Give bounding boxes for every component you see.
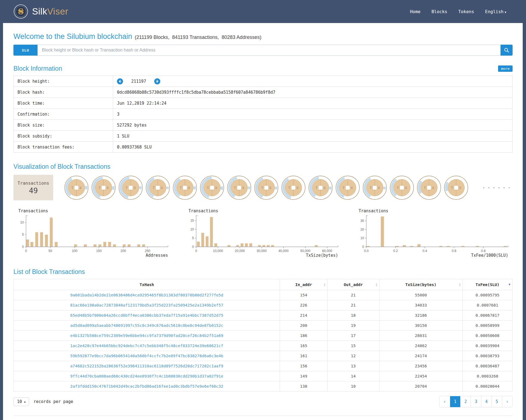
visualization-title: Visualization of Block Transactions bbox=[13, 163, 110, 170]
svg-text:0: 0 bbox=[192, 245, 194, 249]
svg-text:T: T bbox=[234, 186, 236, 190]
transaction-coin[interactable]: T X bbox=[254, 175, 279, 200]
svg-text:X: X bbox=[107, 186, 109, 190]
svg-text:T: T bbox=[424, 186, 426, 190]
svg-text:50,000: 50,000 bbox=[300, 249, 310, 253]
svg-text:X: X bbox=[296, 186, 299, 190]
more-button[interactable]: more bbox=[498, 65, 513, 72]
block-info-row: Confirmation:3 bbox=[14, 109, 513, 120]
block-info-label: Block hash: bbox=[14, 87, 113, 98]
page-number-button-4[interactable]: 4 bbox=[481, 396, 491, 407]
transaction-coin[interactable]: T X bbox=[227, 175, 251, 200]
transaction-coin[interactable]: T X bbox=[200, 175, 224, 200]
svg-text:0: 0 bbox=[22, 245, 24, 249]
transaction-coin[interactable]: T X bbox=[444, 175, 468, 200]
txhash-link[interactable]: e4b1327b508ce759c2309e59e6bbe94cc9fa7379… bbox=[70, 333, 223, 338]
search-input[interactable] bbox=[38, 45, 501, 56]
txhash-link[interactable]: ad5d0ad099a5aeabb748691997c55c0c349c676a… bbox=[70, 323, 223, 328]
sort-toggle-icon[interactable]: ▲▼ bbox=[376, 283, 377, 287]
tx-fee: 0.00036487 bbox=[462, 361, 512, 371]
tx-table-row: 9a601bada14b2de21e0636486d4ca9295465f8b3… bbox=[14, 290, 513, 300]
tx-in-addr: 186 bbox=[280, 331, 327, 341]
tx-size: 28031 bbox=[379, 331, 462, 341]
txhash-link[interactable]: 81ac66e198a0ac72873840af123179bd5a3f25d2… bbox=[70, 303, 223, 307]
tx-column-header-txfee-slu-[interactable]: TxFee(SLU)▼ bbox=[462, 279, 512, 290]
tx-column-header-out-addr[interactable]: Out_addr▲▼ bbox=[327, 279, 379, 290]
svg-text:40,000: 40,000 bbox=[278, 249, 288, 253]
svg-text:0.8: 0.8 bbox=[481, 249, 486, 253]
tx-fee: 0.0007681 bbox=[462, 300, 512, 310]
txhash-link[interactable]: 59b592877e9bcc7da96b0654140a560bf4ccfc7b… bbox=[70, 354, 223, 358]
chain-stats: (211199 Blocks, 841193 Transactions, 802… bbox=[135, 35, 261, 40]
page-number-button-1[interactable]: 1 bbox=[450, 396, 460, 407]
records-per-page-select[interactable]: 10 ▲ bbox=[13, 397, 29, 406]
tx-fee: 0.00058999 bbox=[462, 321, 512, 331]
transaction-coin[interactable]: T X bbox=[118, 175, 143, 200]
txhash-link[interactable]: 65ed48b5bf000e84a26ccd6bff4eca0386cbb37e… bbox=[70, 313, 223, 318]
svg-text:0: 0 bbox=[195, 249, 197, 253]
transaction-coin[interactable]: T X bbox=[64, 175, 89, 200]
tx-list-title: List of Block Transactions bbox=[13, 268, 85, 276]
transaction-coin[interactable]: T X bbox=[390, 175, 414, 200]
svg-text:X: X bbox=[161, 186, 163, 190]
tx-column-header-in-addr[interactable]: In_addr▲▼ bbox=[280, 279, 327, 290]
tx-table-row: e4b1327b508ce759c2309e59e6bbe94cc9fa7379… bbox=[14, 331, 513, 341]
tx-fee: 0.00038793 bbox=[462, 351, 512, 361]
page-number-button-2[interactable]: 2 bbox=[460, 396, 471, 407]
search-button[interactable] bbox=[501, 45, 513, 56]
sort-toggle-icon[interactable]: ▲▼ bbox=[459, 283, 461, 287]
txhash-link[interactable]: a74602c522152ba28636f52e396411310ac6118d… bbox=[70, 364, 223, 368]
brand-logo-link[interactable]: S SilkViser bbox=[13, 4, 68, 19]
block-info-row: Block transaction fees:0.00937368 SLU bbox=[14, 142, 513, 153]
page-content-card: Welcome to the Silubium blockchain (2111… bbox=[3, 23, 523, 420]
svg-text:X: X bbox=[405, 186, 407, 190]
svg-text:Transactions: Transactions bbox=[359, 208, 388, 213]
block-prev-arrow-button[interactable] bbox=[117, 78, 123, 84]
svg-text:T: T bbox=[125, 186, 128, 190]
block-next-arrow-button[interactable] bbox=[154, 78, 160, 84]
transaction-coin[interactable]: T X bbox=[173, 175, 197, 200]
nav-item-blocks[interactable]: Blocks bbox=[431, 9, 447, 14]
page-number-button-5[interactable]: 5 bbox=[491, 396, 502, 407]
transaction-coin[interactable]: T X bbox=[308, 175, 333, 200]
transaction-coin[interactable]: T X bbox=[335, 175, 360, 200]
block-info-value: 0.00937368 SLU bbox=[113, 142, 513, 153]
page-size-value: 10 bbox=[17, 399, 22, 404]
tx-column-header-txsize-bytes-[interactable]: TxSize(bytes)▲▼ bbox=[379, 279, 462, 290]
chart-canvas: Transactions01020300.00.20.40.60.8TxFee/… bbox=[354, 208, 513, 259]
tx-size: 22454 bbox=[379, 371, 462, 381]
block-info-value: 1 SLU bbox=[113, 131, 513, 142]
block-info-row: Block time:Jun 12,2019 22:14:24 bbox=[14, 98, 513, 109]
nav-item-tokens[interactable]: Tokens bbox=[458, 9, 474, 14]
transaction-coin[interactable]: T X bbox=[281, 175, 306, 200]
page-prev-button[interactable]: ‹ bbox=[439, 396, 450, 407]
txhash-link[interactable]: 9ffc44d70cba008aed68c430cd24ee0930f7c4c1… bbox=[70, 374, 223, 378]
page-number-button-3[interactable]: 3 bbox=[471, 396, 481, 407]
welcome-title: Welcome to the Silubium blockchain bbox=[13, 32, 132, 41]
transaction-coin[interactable]: T X bbox=[145, 175, 170, 200]
transaction-coin[interactable]: T X bbox=[91, 175, 116, 200]
txhash-link[interactable]: 1ac2e428c97e44b65bbc924debc7c47c5ebb348f… bbox=[70, 344, 223, 348]
svg-text:20,000: 20,000 bbox=[235, 249, 245, 253]
nav-item-home[interactable]: Home bbox=[410, 9, 421, 14]
brand-name: SilkViser bbox=[32, 6, 68, 17]
transaction-coin[interactable]: T X bbox=[362, 175, 387, 200]
svg-text:T: T bbox=[98, 186, 101, 190]
sort-toggle-icon[interactable]: ▲▼ bbox=[324, 283, 325, 287]
txhash-link[interactable]: 9a601bada14b2de21e0636486d4ca9295465f8b3… bbox=[70, 293, 223, 297]
page-next-button[interactable]: › bbox=[502, 396, 512, 407]
svg-text:T: T bbox=[153, 186, 155, 190]
block-info-row: Block height:211197 bbox=[14, 76, 513, 87]
caret-up-icon: ▲ bbox=[24, 400, 25, 403]
tx-out-addr: 21 bbox=[327, 290, 379, 300]
svg-text:20: 20 bbox=[361, 228, 364, 232]
svg-text:Transactions: Transactions bbox=[18, 208, 48, 213]
svg-text:T: T bbox=[342, 186, 345, 190]
txhash-link[interactable]: 2af3fddd150c47671b042d49cac2bfbd86ad16fe… bbox=[70, 384, 223, 388]
tx-size: 30150 bbox=[379, 321, 462, 331]
nav-item-english[interactable]: English▼ bbox=[485, 9, 506, 14]
transaction-coin[interactable]: T X bbox=[417, 175, 441, 200]
svg-text:X: X bbox=[269, 186, 271, 190]
tx-out-addr: 12 bbox=[327, 351, 379, 361]
currency-tag-button[interactable]: SLU bbox=[13, 45, 38, 56]
